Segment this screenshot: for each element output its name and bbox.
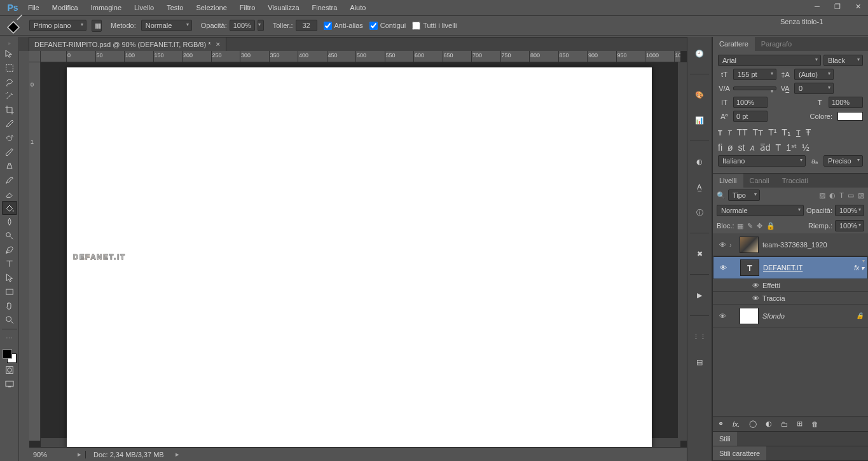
group-icon[interactable]: 🗀 — [781, 420, 788, 428]
fill-mode-dropdown[interactable]: Primo piano — [29, 20, 86, 31]
filter-smart-icon[interactable]: ▧ — [858, 191, 864, 200]
layer-mask-icon[interactable]: ◯ — [749, 420, 757, 428]
italic-button[interactable]: T — [727, 127, 732, 137]
language-dropdown[interactable]: Italiano — [718, 155, 806, 167]
brush-settings-icon[interactable]: ⋮⋮ — [692, 329, 707, 344]
new-layer-icon[interactable]: ⊞ — [797, 420, 803, 428]
opacita-field[interactable]: 100% — [230, 20, 255, 31]
visibility-icon[interactable]: 👁 — [715, 312, 729, 320]
history-panel-icon[interactable]: 🕘 — [692, 46, 707, 61]
pen-tool[interactable] — [2, 243, 17, 257]
antialias-dropdown[interactable]: Preciso — [823, 155, 863, 167]
menu-filtro[interactable]: Filtro — [233, 0, 261, 15]
menu-aiuto[interactable]: Aiuto — [343, 0, 372, 15]
filter-icon[interactable]: 🔍 — [717, 191, 726, 200]
layer-name[interactable]: team-3373638_1920 — [762, 241, 865, 249]
contigui-checkbox[interactable]: Contigui — [369, 22, 406, 30]
menu-finestra[interactable]: Finestra — [306, 0, 344, 15]
paint-bucket-tool[interactable] — [2, 201, 17, 215]
menu-file[interactable]: File — [22, 0, 46, 15]
strike-button[interactable]: Ŧ — [806, 127, 811, 137]
crop-tool[interactable] — [2, 103, 17, 117]
dodge-tool[interactable] — [2, 229, 17, 243]
layer-effects-row[interactable]: 👁Effetti — [713, 279, 868, 292]
close-tab-icon[interactable]: ✕ — [216, 41, 221, 48]
menu-testo[interactable]: Testo — [160, 0, 189, 15]
layer-row[interactable]: 👁 Sfondo 🔒 — [713, 305, 868, 327]
histogram-panel-icon[interactable]: 📊 — [692, 113, 707, 128]
toller-field[interactable]: 32 — [296, 20, 317, 31]
allcaps-button[interactable]: TT — [736, 127, 747, 137]
filter-type-dropdown[interactable]: Tipo — [728, 189, 760, 201]
tab-carattere[interactable]: Carattere — [713, 37, 755, 51]
filter-shape-icon[interactable]: ▭ — [848, 191, 854, 200]
doc-info-menu[interactable]: ▸ — [172, 450, 183, 458]
superscript-button[interactable]: T¹ — [768, 127, 776, 137]
marquee-tool[interactable] — [2, 61, 17, 75]
font-size-field[interactable]: 155 pt — [733, 69, 776, 80]
tab-canali[interactable]: Canali — [743, 174, 776, 188]
adjustment-layer-icon[interactable]: ◐ — [766, 420, 772, 428]
vertical-scale-field[interactable]: 100% — [733, 97, 768, 108]
baseline-field[interactable]: 0 pt — [733, 111, 768, 122]
layer-thumbnail[interactable]: T — [740, 259, 759, 276]
canvas-area[interactable]: DEFANET.IT — [41, 62, 678, 438]
character-panel-icon[interactable]: A̲ — [692, 179, 707, 195]
horizontal-scale-field[interactable]: 100% — [829, 97, 863, 108]
adjustments-panel-icon[interactable]: ◐ — [692, 154, 707, 169]
move-tool[interactable] — [2, 47, 17, 61]
color-wells[interactable] — [3, 349, 17, 363]
link-layers-icon[interactable]: ⚭ — [718, 420, 724, 428]
canvas[interactable]: DEFANET.IT — [67, 67, 652, 449]
filter-adjust-icon[interactable]: ◐ — [829, 191, 836, 200]
dock-handle-icon[interactable]: » — [1, 41, 18, 47]
layer-name[interactable]: Sfondo — [762, 312, 854, 320]
smallcaps-button[interactable]: Tᴛ — [753, 127, 764, 137]
lock-all-icon[interactable]: 🔒 — [766, 222, 775, 230]
history-brush-tool[interactable] — [2, 173, 17, 187]
tab-livelli[interactable]: Livelli — [713, 174, 743, 188]
filter-type-icon[interactable]: T — [839, 191, 844, 200]
menu-selezione[interactable]: Selezione — [189, 0, 233, 15]
layer-effect-stroke[interactable]: 👁Traccia — [713, 292, 868, 305]
visibility-icon[interactable]: 👁 — [715, 241, 729, 249]
edit-toolbar-button[interactable]: ⋯ — [2, 331, 17, 345]
opacita-stepper[interactable] — [258, 20, 264, 31]
fill-percent-field[interactable]: 100% — [835, 220, 864, 231]
tutti-livelli-checkbox[interactable]: Tutti i livelli — [412, 22, 457, 30]
layer-row[interactable]: 👁 › team-3373638_1920 — [713, 233, 868, 256]
brush-tool[interactable] — [2, 145, 17, 159]
zoom-stepper[interactable]: ▸ — [74, 450, 85, 458]
lock-image-icon[interactable]: ✎ — [747, 222, 753, 230]
menu-livello[interactable]: Livello — [128, 0, 160, 15]
antialias-checkbox[interactable]: Anti-alias — [324, 22, 363, 30]
visibility-icon[interactable]: 👁 — [716, 264, 730, 272]
healing-brush-tool[interactable] — [2, 131, 17, 145]
delete-layer-icon[interactable]: 🗑 — [811, 420, 818, 428]
underline-button[interactable]: T — [796, 127, 801, 137]
document-tab[interactable]: DEFANET-RIMPITO.psd @ 90% (DEFANET.IT, R… — [29, 38, 226, 52]
clone-stamp-tool[interactable] — [2, 159, 17, 173]
leading-field[interactable]: (Auto) — [794, 69, 834, 80]
blend-mode-dropdown[interactable]: Normale — [717, 205, 804, 216]
minimize-button[interactable]: ─ — [807, 0, 827, 13]
vertical-scrollbar[interactable] — [678, 62, 687, 441]
layer-fx-icon[interactable]: fx ▾ — [853, 265, 865, 272]
document-dropdown[interactable]: Senza titolo-1 — [780, 18, 863, 25]
tracking-field[interactable]: 0 — [794, 83, 834, 94]
hand-tool[interactable] — [2, 299, 17, 313]
eraser-tool[interactable] — [2, 187, 17, 201]
tab-tracciati[interactable]: Tracciati — [776, 174, 815, 188]
eyedropper-tool[interactable] — [2, 117, 17, 131]
menu-immagine[interactable]: Immagine — [85, 0, 128, 15]
properties-panel-icon[interactable]: ✖ — [692, 246, 707, 261]
layer-opacity-field[interactable]: 100% — [835, 205, 864, 216]
type-tool[interactable] — [2, 257, 17, 271]
path-select-tool[interactable] — [2, 271, 17, 285]
color-panel-icon[interactable]: 🎨 — [692, 87, 707, 102]
actions-panel-icon[interactable]: ▶ — [692, 287, 707, 303]
menu-modifica[interactable]: Modifica — [46, 0, 85, 15]
filter-image-icon[interactable]: ▨ — [819, 191, 825, 200]
vertical-tab-handle[interactable] — [19, 37, 29, 51]
menu-visualizza[interactable]: Visualizza — [261, 0, 305, 15]
